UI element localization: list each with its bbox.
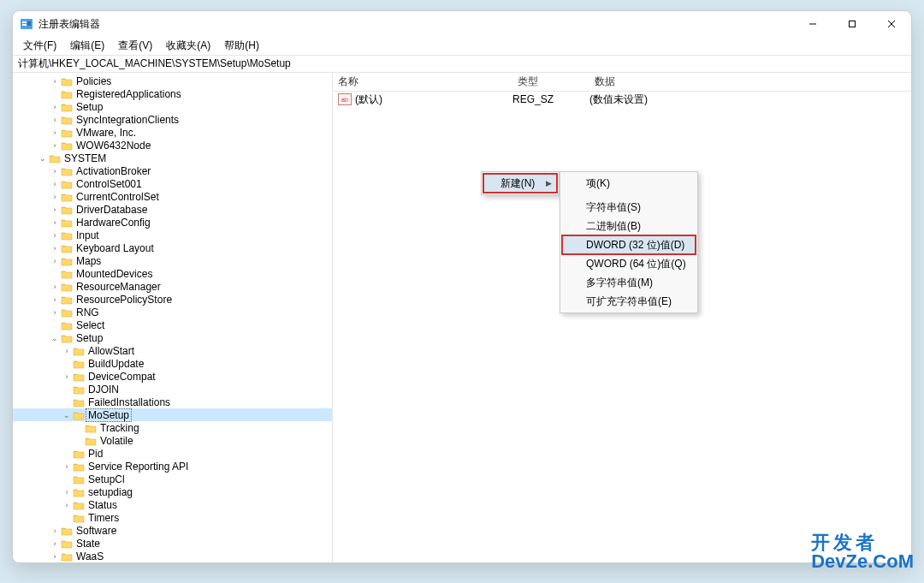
menu-help[interactable]: 帮助(H): [219, 37, 264, 55]
chevron-down-icon[interactable]: ⌄: [49, 334, 61, 342]
tree-item[interactable]: ·DJOIN: [13, 383, 332, 396]
chevron-right-icon[interactable]: ›: [49, 539, 61, 548]
menu-edit[interactable]: 编辑(E): [65, 37, 110, 55]
folder-icon: [73, 449, 85, 459]
tree-item[interactable]: ›VMware, Inc.: [13, 126, 332, 139]
chevron-right-icon[interactable]: ›: [49, 103, 61, 111]
context-new-multistring[interactable]: 多字符串值(M): [562, 273, 696, 292]
tree-item[interactable]: ⌄Setup: [13, 331, 332, 344]
chevron-right-icon[interactable]: ›: [61, 372, 73, 381]
tree-item[interactable]: ›Input: [13, 229, 332, 241]
tree-item[interactable]: ›ActivationBroker: [13, 164, 332, 177]
tree-item[interactable]: ›DriverDatabase: [13, 203, 332, 216]
folder-icon: [73, 359, 85, 369]
chevron-right-icon[interactable]: ›: [49, 141, 61, 150]
tree-item-label: DJOIN: [88, 384, 119, 396]
maximize-button[interactable]: [832, 11, 872, 37]
folder-icon: [73, 410, 85, 420]
chevron-right-icon[interactable]: ›: [49, 244, 61, 253]
chevron-right-icon[interactable]: ›: [49, 257, 61, 265]
minimize-button[interactable]: [793, 11, 832, 37]
value-row[interactable]: ab(默认)REG_SZ(数值未设置): [333, 92, 911, 107]
tree-item[interactable]: ›DeviceCompat: [13, 370, 332, 383]
tree-item[interactable]: ›WOW6432Node: [13, 139, 332, 152]
chevron-right-icon[interactable]: ›: [61, 501, 73, 509]
tree-item[interactable]: ›RNG: [13, 306, 332, 318]
chevron-right-icon[interactable]: ›: [49, 116, 61, 124]
context-new[interactable]: 新建(N) ▶: [483, 174, 557, 193]
tree-item-label: setupdiag: [88, 486, 133, 498]
folder-icon: [61, 179, 73, 189]
chevron-right-icon[interactable]: ›: [61, 462, 73, 471]
chevron-right-icon[interactable]: ›: [49, 180, 61, 188]
value-type: REG_SZ: [512, 93, 589, 105]
tree-item[interactable]: ›AllowStart: [13, 344, 332, 357]
tree-item[interactable]: ›Maps: [13, 254, 332, 267]
context-new-expandstring[interactable]: 可扩充字符串值(E): [562, 292, 696, 311]
chevron-down-icon[interactable]: ⌄: [37, 154, 49, 163]
tree-item[interactable]: ›Policies: [13, 74, 332, 87]
tree-item[interactable]: ›SyncIntegrationClients: [13, 113, 332, 126]
tree-item[interactable]: ·Volatile: [13, 434, 332, 447]
chevron-down-icon[interactable]: ⌄: [61, 411, 73, 419]
tree-item[interactable]: ⌄MoSetup: [13, 408, 332, 421]
tree-item[interactable]: ›ResourceManager: [13, 280, 332, 293]
chevron-right-icon[interactable]: ›: [61, 347, 73, 355]
tree-item[interactable]: ›Keyboard Layout: [13, 241, 332, 254]
tree-item[interactable]: ›Service Reporting API: [13, 460, 332, 473]
tree-item[interactable]: ›WaaS: [13, 550, 332, 562]
tree-item[interactable]: ·BuildUpdate: [13, 357, 332, 370]
chevron-right-icon[interactable]: ›: [49, 231, 61, 240]
tree-item[interactable]: ·Select: [13, 318, 332, 331]
tree-item[interactable]: ·RegisteredApplications: [13, 87, 332, 100]
menu-favorites[interactable]: 收藏夹(A): [161, 37, 216, 55]
tree-item-label: RegisteredApplications: [76, 88, 181, 100]
tree-item[interactable]: ·MountedDevices: [13, 267, 332, 280]
context-new-qword[interactable]: QWORD (64 位)值(Q): [562, 254, 696, 273]
chevron-right-icon[interactable]: ›: [49, 193, 61, 201]
column-type[interactable]: 类型: [518, 74, 595, 89]
chevron-right-icon[interactable]: ›: [49, 218, 61, 227]
tree-item[interactable]: ›Setup: [13, 100, 332, 113]
chevron-right-icon[interactable]: ›: [49, 526, 61, 535]
chevron-right-icon[interactable]: ›: [61, 488, 73, 497]
menu-view[interactable]: 查看(V): [113, 37, 157, 55]
tree-item[interactable]: ›HardwareConfig: [13, 216, 332, 229]
context-new-string[interactable]: 字符串值(S): [562, 198, 696, 217]
close-button[interactable]: [872, 11, 911, 37]
chevron-right-icon[interactable]: ›: [49, 283, 61, 291]
tree-item[interactable]: ›State: [13, 537, 332, 550]
chevron-right-icon[interactable]: ›: [49, 167, 61, 175]
tree-item[interactable]: ·Pid: [13, 447, 332, 460]
chevron-right-icon[interactable]: ›: [49, 128, 61, 137]
tree-item[interactable]: ›ResourcePolicyStore: [13, 293, 332, 306]
tree-item[interactable]: ·FailedInstallations: [13, 396, 332, 408]
column-name[interactable]: 名称: [333, 74, 518, 89]
chevron-right-icon[interactable]: ›: [49, 308, 61, 317]
context-new-key[interactable]: 项(K): [562, 174, 696, 193]
tree-item[interactable]: ›Status: [13, 498, 332, 511]
menu-file[interactable]: 文件(F): [18, 37, 62, 55]
tree-item[interactable]: ›ControlSet001: [13, 177, 332, 190]
tree-item[interactable]: ⌄SYSTEM: [13, 152, 332, 164]
column-data[interactable]: 数据: [595, 74, 911, 89]
tree-item[interactable]: ·Timers: [13, 511, 332, 524]
chevron-right-icon[interactable]: ›: [49, 77, 61, 86]
tree-pane[interactable]: ›Policies·RegisteredApplications›Setup›S…: [13, 73, 333, 562]
values-list[interactable]: ab(默认)REG_SZ(数值未设置): [333, 92, 911, 562]
tree-item[interactable]: ›Software: [13, 524, 332, 537]
values-pane: 名称 类型 数据 ab(默认)REG_SZ(数值未设置): [333, 73, 911, 562]
folder-icon: [61, 243, 73, 253]
address-bar[interactable]: 计算机\HKEY_LOCAL_MACHINE\SYSTEM\Setup\MoSe…: [13, 56, 911, 73]
tree-item[interactable]: ·SetupCl: [13, 473, 332, 485]
twisty-none: ·: [61, 514, 73, 522]
chevron-right-icon[interactable]: ›: [49, 205, 61, 214]
context-new-binary[interactable]: 二进制值(B): [562, 217, 696, 235]
tree-item[interactable]: ›CurrentControlSet: [13, 190, 332, 203]
chevron-right-icon[interactable]: ›: [49, 552, 61, 561]
tree-item[interactable]: ·Tracking: [13, 421, 332, 434]
tree-item[interactable]: ›setupdiag: [13, 485, 332, 498]
tree-item-label: VMware, Inc.: [76, 127, 136, 139]
context-new-dword[interactable]: DWORD (32 位)值(D): [562, 235, 696, 254]
chevron-right-icon[interactable]: ›: [49, 295, 61, 304]
